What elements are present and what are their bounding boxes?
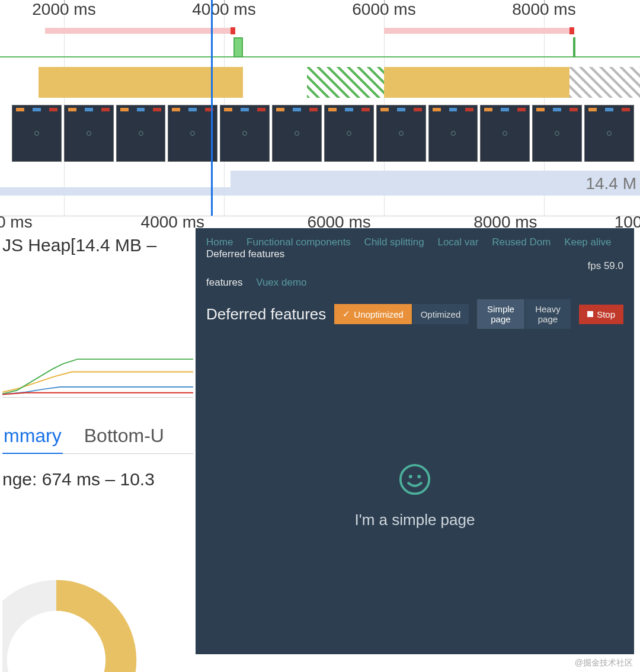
performance-timeline[interactable]: 2000 ms 4000 ms 6000 ms 8000 ms xyxy=(0,0,640,216)
screenshot-filmstrip[interactable] xyxy=(0,104,640,163)
cpu-rendering xyxy=(307,67,384,98)
filmstrip-frame[interactable] xyxy=(376,105,426,162)
long-task-bar xyxy=(45,28,231,34)
page-weight-toggle: Simple page Heavy page xyxy=(477,299,571,329)
filmstrip-frame[interactable] xyxy=(116,105,166,162)
fps-track[interactable] xyxy=(0,36,640,62)
filmstrip-frame[interactable] xyxy=(12,105,62,162)
counters-chart[interactable] xyxy=(2,291,193,398)
nav-deferred-wrap: features xyxy=(206,277,242,288)
nav-childsplit[interactable]: Child splitting xyxy=(364,236,424,248)
nav-vuexdemo[interactable]: Vuex demo xyxy=(256,277,306,288)
filmstrip-frame[interactable] xyxy=(480,105,530,162)
nav-functional[interactable]: Functional components xyxy=(247,236,351,248)
app-message: I'm a simple page xyxy=(355,511,475,529)
app-body: I'm a simple page xyxy=(196,337,634,654)
filmstrip-frame[interactable] xyxy=(220,105,270,162)
mem-area xyxy=(231,171,640,196)
smiley-icon xyxy=(398,462,432,497)
btn-heavy-page[interactable]: Heavy page xyxy=(524,299,571,329)
nav-reuseddom[interactable]: Reused Dom xyxy=(492,236,551,248)
btn-stop[interactable]: Stop xyxy=(579,305,623,324)
nav-keepalive[interactable]: Keep alive xyxy=(564,236,611,248)
memory-badge: 14.4 M xyxy=(585,174,636,193)
tab-summary[interactable]: mmary xyxy=(2,421,63,454)
fps-spike xyxy=(233,37,243,57)
devtools-lower-panel: JS Heap[14.4 MB – mmary Bottom-U nge: 67… xyxy=(0,228,196,672)
tab-bottom-up[interactable]: Bottom-U xyxy=(83,421,165,453)
nav-localvar[interactable]: Local var xyxy=(437,236,478,248)
btn-simple-label: Simple page xyxy=(485,304,516,324)
btn-stop-label: Stop xyxy=(597,309,615,319)
btn-simple-page[interactable]: Simple page xyxy=(477,299,524,329)
range-label: nge: 674 ms – 10.3 xyxy=(2,469,193,489)
filmstrip-frame[interactable] xyxy=(324,105,374,162)
long-task-marker xyxy=(569,27,574,34)
tick-2000: 2000 ms xyxy=(32,0,95,19)
filmstrip-frame[interactable] xyxy=(428,105,478,162)
btn-optimized-label: Optimized xyxy=(421,309,461,319)
page-title: Deferred features xyxy=(206,305,326,324)
svg-point-3 xyxy=(409,475,412,478)
stop-icon xyxy=(587,311,593,317)
filmstrip-frame[interactable] xyxy=(168,105,217,162)
summary-donut xyxy=(2,537,156,672)
tick-4000: 4000 ms xyxy=(192,0,255,19)
optimization-toggle: Unoptimized Optimized xyxy=(334,304,469,324)
svg-point-2 xyxy=(401,465,429,494)
fps-spike xyxy=(573,37,575,57)
js-heap-label: JS Heap[14.4 MB – xyxy=(2,235,193,255)
mem-area xyxy=(0,187,231,196)
demo-app: Home Functional components Child splitti… xyxy=(196,228,634,654)
summary-tabs: mmary Bottom-U xyxy=(2,421,193,454)
cpu-scripting xyxy=(384,67,569,98)
playhead[interactable] xyxy=(211,0,213,216)
time-ruler[interactable]: 2000 ms 4000 ms 6000 ms 8000 ms xyxy=(0,0,640,36)
memory-track[interactable]: 14.4 M xyxy=(0,163,640,196)
filmstrip-frame[interactable] xyxy=(272,105,322,162)
app-nav: Home Functional components Child splitti… xyxy=(196,228,634,276)
btn-unoptimized[interactable]: Unoptimized xyxy=(334,304,411,324)
filmstrip-frame[interactable] xyxy=(584,105,634,162)
svg-point-4 xyxy=(417,475,421,478)
check-icon xyxy=(343,309,350,319)
watermark: @掘金技术社区 xyxy=(575,658,633,668)
cpu-track[interactable] xyxy=(0,62,640,98)
btn-unoptimized-label: Unoptimized xyxy=(354,309,403,319)
app-header: Deferred features Unoptimized Optimized … xyxy=(196,295,634,337)
fps-line xyxy=(0,56,640,57)
long-task-bar xyxy=(384,28,569,34)
filmstrip-frame[interactable] xyxy=(64,105,114,162)
long-task-marker xyxy=(231,27,235,34)
btn-heavy-label: Heavy page xyxy=(533,304,562,324)
nav-deferred[interactable]: Deferred features xyxy=(206,248,284,260)
tick-6000: 6000 ms xyxy=(352,0,415,19)
fps-counter: fps 59.0 xyxy=(588,260,624,272)
btn-optimized[interactable]: Optimized xyxy=(412,304,469,324)
app-nav-row2: features Vuex demo xyxy=(196,276,634,295)
tick-8000: 8000 ms xyxy=(512,0,575,19)
cpu-idle xyxy=(569,67,640,98)
filmstrip-frame[interactable] xyxy=(532,105,582,162)
nav-home[interactable]: Home xyxy=(206,236,233,248)
